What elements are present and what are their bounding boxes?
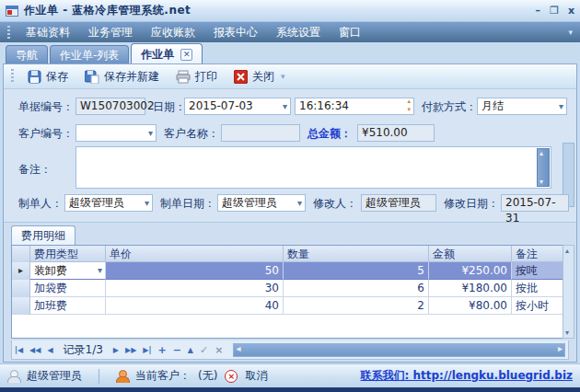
table-row[interactable]: 加班费 40 2 ¥80.00 按小时	[12, 297, 566, 315]
time-spinner[interactable]: 16:16:34	[295, 98, 414, 115]
table-row[interactable]: ▸ 装卸费 50 5 ¥250.00 按吨	[12, 262, 566, 280]
cell-fee-type[interactable]: 加班费	[30, 297, 106, 315]
cell-fee-type[interactable]: 加袋费	[30, 280, 106, 297]
col-unit-price[interactable]: 单价	[106, 246, 284, 262]
cell-quantity[interactable]: 2	[284, 297, 429, 315]
nav-delete-icon[interactable]: −	[173, 344, 181, 356]
create-date-select[interactable]: 超级管理员	[217, 194, 306, 212]
fee-grid: 费用类型 单价 数量 金额 备注 ▸ 装卸费 50 5 ¥250.00 按吨 加…	[11, 245, 567, 339]
menu-settings[interactable]: 系统设置	[268, 23, 329, 42]
cell-unit-price[interactable]: 50	[106, 262, 284, 280]
print-button[interactable]: 打印	[169, 67, 224, 86]
cell-quantity[interactable]: 5	[284, 262, 429, 280]
floppy-icon	[28, 70, 41, 84]
user-icon	[7, 370, 19, 383]
cell-amount[interactable]: ¥180.00	[429, 280, 512, 297]
modifier-field[interactable]: 超级管理员	[361, 194, 436, 212]
cell-unit-price[interactable]: 40	[106, 297, 284, 315]
cell-quantity[interactable]: 6	[284, 280, 429, 297]
remark-label: 备注：	[18, 161, 52, 178]
cell-note[interactable]: 按吨	[512, 262, 567, 280]
col-quantity[interactable]: 数量	[284, 246, 429, 262]
row-marker	[12, 280, 30, 297]
tab-workorder-label: 作业单	[141, 47, 174, 63]
row-marker: ▸	[12, 262, 30, 280]
nav-cancel-icon[interactable]: ×	[215, 344, 223, 356]
save-button[interactable]: 保存	[21, 67, 75, 86]
grid-selector-header	[12, 246, 30, 262]
remark-textarea[interactable]	[75, 146, 551, 189]
menu-bar: 基础资料 业务管理 应收账款 报表中心 系统设置 窗口 ▾	[0, 22, 580, 42]
creator-select[interactable]: 超级管理员	[64, 194, 153, 212]
payment-select[interactable]: 月结	[477, 98, 567, 115]
nav-prev-page-icon[interactable]: ◀◀	[29, 346, 41, 354]
close-form-label: 关闭	[252, 69, 274, 85]
nav-prev-icon[interactable]: ◀	[47, 346, 52, 354]
tab-navigation[interactable]: 导航	[6, 45, 48, 64]
row-marker	[12, 297, 30, 315]
nav-last-icon[interactable]: ▶|	[143, 346, 151, 354]
tab-close-icon[interactable]: ✕	[180, 49, 192, 61]
menu-receivables[interactable]: 应收账款	[143, 23, 203, 42]
menu-basic-data[interactable]: 基础资料	[17, 23, 78, 42]
tab-workorder-list[interactable]: 作业单-列表	[50, 45, 129, 64]
col-fee-type[interactable]: 费用类型	[30, 246, 106, 262]
menu-window[interactable]: 窗口	[331, 23, 369, 42]
cell-amount[interactable]: ¥80.00	[429, 297, 512, 315]
nav-edit-icon[interactable]: ▲	[188, 346, 193, 354]
content-frame: 保存 保存并新建 打印	[3, 63, 577, 363]
nav-post-icon[interactable]: ✓	[200, 344, 208, 356]
close-dropdown-icon[interactable]: ▾	[281, 72, 285, 81]
cancel-customer-label[interactable]: 取消	[245, 368, 267, 384]
creator-label: 制单人：	[18, 195, 63, 212]
maximize-button[interactable]: ❐	[550, 5, 559, 17]
nav-append-icon[interactable]: +	[157, 344, 166, 356]
close-button[interactable]: x	[568, 5, 574, 17]
menu-reports[interactable]: 报表中心	[205, 23, 266, 42]
save-and-new-button[interactable]: 保存并新建	[78, 67, 166, 86]
col-note[interactable]: 备注	[512, 246, 567, 262]
current-customer-label: 当前客户：	[135, 368, 191, 384]
grid-vertical-scrollbar[interactable]	[563, 245, 574, 339]
menu-business[interactable]: 业务管理	[80, 23, 141, 42]
col-amount[interactable]: 金额	[429, 246, 512, 262]
table-row[interactable]: 加袋费 30 6 ¥180.00 按批	[12, 280, 566, 297]
nav-next-page-icon[interactable]: ▶▶	[125, 346, 136, 354]
nav-next-icon[interactable]: ▶	[113, 346, 119, 354]
cell-fee-type[interactable]: 装卸费	[30, 262, 106, 280]
remark-scrollbar[interactable]	[537, 148, 550, 187]
app-icon	[6, 6, 18, 17]
doc-no-field[interactable]: W150703002	[75, 98, 145, 115]
customer-name-label: 客户名称：	[164, 125, 219, 142]
modify-date-field[interactable]: 2015-07-31	[501, 194, 569, 212]
customer-name-field[interactable]	[221, 124, 300, 142]
cancel-customer-icon[interactable]: ×	[225, 370, 238, 383]
tab-workorder[interactable]: 作业单 ✕	[131, 43, 203, 64]
menu-overflow-icon[interactable]: ▾	[568, 28, 573, 37]
grid-horizontal-scrollbar[interactable]	[233, 343, 565, 357]
status-user: 超级管理员	[27, 368, 82, 384]
minimize-button[interactable]: –	[536, 5, 541, 17]
nav-first-icon[interactable]: |◀	[15, 346, 23, 354]
app-window: 作业单 - 蓝格冷库管理系统.net – ❐ x 基础资料 业务管理 应收账款 …	[0, 0, 580, 392]
date-picker[interactable]: 2015-07-03	[184, 98, 291, 115]
cell-unit-price[interactable]: 30	[106, 280, 284, 297]
workorder-form: 单据编号： W150703002 日期： 2015-07-03 16:16:34…	[4, 89, 576, 222]
contact-link[interactable]: 联系我们: http://lengku.bluegrid.biz	[361, 368, 573, 384]
total-amount-field[interactable]: ¥510.00	[357, 124, 435, 142]
customer-no-label: 客户编号：	[18, 125, 74, 142]
customer-no-select[interactable]	[75, 124, 157, 142]
tab-navigation-label: 导航	[16, 48, 38, 63]
tab-fee-detail[interactable]: 费用明细	[11, 225, 75, 245]
window-title: 作业单 - 蓝格冷库管理系统.net	[24, 3, 191, 18]
toolbar-grip	[7, 26, 10, 39]
customer-icon	[116, 370, 128, 383]
cell-note[interactable]: 按小时	[512, 297, 567, 315]
close-form-button[interactable]: 关闭	[227, 67, 281, 86]
save-label: 保存	[46, 69, 68, 85]
toolbar: 保存 保存并新建 打印	[4, 64, 576, 89]
toolbar-grip	[11, 69, 14, 84]
cell-amount[interactable]: ¥250.00	[429, 262, 512, 280]
cell-note[interactable]: 按批	[512, 280, 567, 297]
status-bar: 超级管理员 当前客户： (无) × 取消 联系我们: http://lengku…	[0, 363, 580, 387]
